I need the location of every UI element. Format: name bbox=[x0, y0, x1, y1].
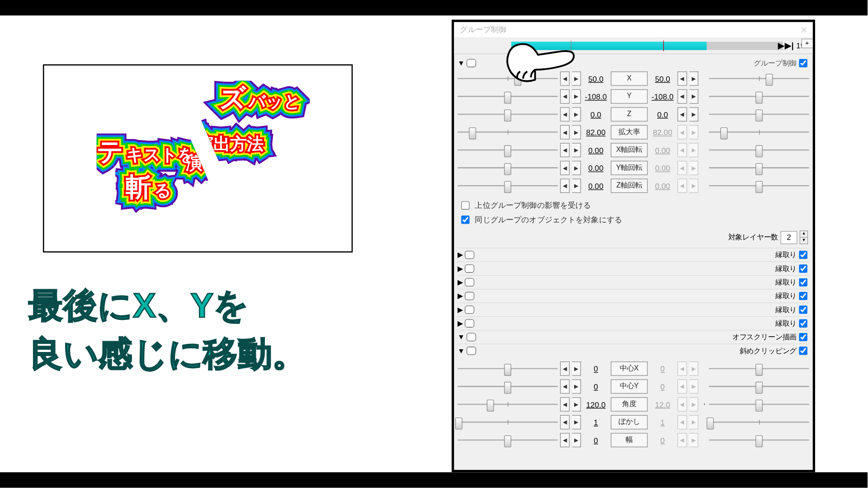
slider-right[interactable] bbox=[709, 416, 809, 429]
step-left-dec[interactable]: ◀ bbox=[560, 361, 570, 376]
step-right-inc[interactable]: ▶ bbox=[689, 71, 698, 86]
step-right-dec[interactable]: ◀ bbox=[678, 89, 687, 104]
value-right[interactable]: 0 bbox=[650, 436, 675, 445]
step-right-inc[interactable]: ▶ bbox=[689, 89, 698, 104]
value-right[interactable]: 82.00 bbox=[650, 128, 675, 137]
handle-icon[interactable] bbox=[465, 264, 474, 272]
collapse-icon[interactable]: ▶ bbox=[458, 319, 463, 327]
value-right[interactable]: 0.0 bbox=[650, 110, 675, 119]
step-right-inc[interactable]: ▶ bbox=[689, 107, 698, 122]
step-left-dec[interactable]: ◀ bbox=[560, 415, 570, 430]
value-left[interactable]: 0.00 bbox=[583, 164, 608, 173]
step-left-inc[interactable]: ▶ bbox=[572, 397, 581, 412]
collapse-icon[interactable]: ▼ bbox=[458, 333, 465, 341]
step-left-inc[interactable]: ▶ bbox=[572, 380, 581, 394]
collapse-icon[interactable]: ▼ bbox=[458, 347, 465, 355]
effect-check[interactable] bbox=[799, 305, 807, 314]
slider-right[interactable] bbox=[709, 434, 809, 447]
slider-left[interactable] bbox=[458, 144, 557, 157]
step-left-dec[interactable]: ◀ bbox=[560, 161, 570, 175]
value-right[interactable]: 0 bbox=[650, 364, 675, 373]
slider-right[interactable] bbox=[709, 108, 809, 121]
slider-left[interactable] bbox=[458, 416, 557, 429]
same-group-check[interactable] bbox=[461, 216, 469, 224]
param-label-button[interactable]: ぼかし bbox=[611, 415, 648, 430]
collapse-icon[interactable]: ▶ bbox=[458, 305, 463, 314]
layer-count-input[interactable]: 2 bbox=[781, 231, 797, 244]
param-label-button[interactable]: Z軸回転 bbox=[611, 178, 648, 193]
collapse-icon[interactable]: ▶ bbox=[458, 292, 463, 300]
slider-left[interactable] bbox=[458, 398, 557, 411]
handle-icon[interactable] bbox=[467, 59, 476, 67]
close-icon[interactable] bbox=[797, 24, 810, 36]
plus-icon[interactable]: + bbox=[801, 39, 813, 48]
collapse-icon[interactable]: ▶ bbox=[458, 251, 463, 259]
handle-icon[interactable] bbox=[465, 278, 474, 286]
slider-left[interactable] bbox=[458, 108, 557, 121]
param-label-button[interactable]: Y軸回転 bbox=[611, 161, 648, 175]
step-left-dec[interactable]: ◀ bbox=[560, 397, 570, 412]
slider-right[interactable] bbox=[709, 126, 809, 139]
collapse-icon[interactable]: ▶ bbox=[458, 278, 463, 286]
param-label-button[interactable]: 中心Y bbox=[611, 380, 648, 394]
value-right[interactable]: 0 bbox=[650, 382, 675, 391]
step-left-dec[interactable]: ◀ bbox=[560, 143, 570, 157]
value-left[interactable]: -108.0 bbox=[583, 92, 608, 101]
value-right[interactable]: 12.0 bbox=[650, 400, 675, 409]
handle-icon[interactable] bbox=[467, 333, 476, 341]
param-label-button[interactable]: Z bbox=[611, 107, 648, 122]
step-left-inc[interactable]: ▶ bbox=[572, 107, 581, 122]
param-label-button[interactable]: 中心X bbox=[611, 361, 648, 376]
slider-right[interactable] bbox=[709, 380, 809, 393]
slider-left[interactable] bbox=[458, 362, 557, 375]
value-left[interactable]: 82.00 bbox=[583, 128, 608, 137]
value-right[interactable]: 50.0 bbox=[650, 74, 675, 83]
forward-icon[interactable]: ▶▶| bbox=[778, 41, 793, 50]
value-left[interactable]: 0.00 bbox=[583, 181, 608, 190]
value-right[interactable]: 1 bbox=[650, 418, 675, 427]
layer-count-spinner[interactable]: ▲▼ bbox=[800, 230, 808, 244]
effect-check[interactable] bbox=[799, 333, 807, 341]
param-label-button[interactable]: Y bbox=[611, 89, 648, 104]
slider-left[interactable] bbox=[458, 179, 557, 192]
step-left-inc[interactable]: ▶ bbox=[572, 125, 581, 140]
value-left[interactable]: 0.0 bbox=[583, 110, 608, 119]
handle-icon[interactable] bbox=[467, 347, 476, 355]
param-label-button[interactable]: 角度 bbox=[611, 397, 648, 412]
value-right[interactable]: 0.00 bbox=[650, 164, 675, 173]
slider-right[interactable] bbox=[709, 72, 809, 85]
slider-left[interactable] bbox=[458, 161, 557, 174]
slider-right[interactable] bbox=[709, 362, 809, 375]
value-left[interactable]: 50.0 bbox=[583, 74, 608, 83]
collapse-icon[interactable]: ▶ bbox=[458, 264, 463, 272]
value-left[interactable]: 0 bbox=[583, 364, 608, 373]
effect-check[interactable] bbox=[799, 251, 807, 259]
effect-check[interactable] bbox=[799, 278, 807, 286]
param-label-button[interactable]: 幅 bbox=[611, 433, 648, 447]
slider-right[interactable] bbox=[709, 398, 809, 411]
handle-icon[interactable] bbox=[465, 292, 474, 300]
collapse-icon[interactable]: ▼ bbox=[458, 59, 465, 67]
effect-check[interactable] bbox=[799, 264, 807, 272]
slider-right[interactable] bbox=[709, 161, 809, 174]
value-right[interactable]: 0.00 bbox=[650, 181, 675, 190]
step-right-dec[interactable]: ◀ bbox=[678, 107, 687, 122]
step-left-inc[interactable]: ▶ bbox=[572, 178, 581, 193]
step-left-inc[interactable]: ▶ bbox=[572, 361, 581, 376]
value-left[interactable]: 120.0 bbox=[583, 400, 608, 409]
slider-right[interactable] bbox=[709, 179, 809, 192]
step-left-dec[interactable]: ◀ bbox=[560, 125, 570, 140]
handle-icon[interactable] bbox=[465, 251, 474, 259]
step-left-inc[interactable]: ▶ bbox=[572, 415, 581, 430]
step-left-inc[interactable]: ▶ bbox=[572, 143, 581, 157]
slider-right[interactable] bbox=[709, 90, 809, 103]
param-label-button[interactable]: X bbox=[611, 71, 648, 86]
slider-right[interactable] bbox=[709, 144, 809, 157]
param-label-button[interactable]: X軸回転 bbox=[611, 143, 648, 157]
step-right-dec[interactable]: ◀ bbox=[678, 71, 687, 86]
step-left-dec[interactable]: ◀ bbox=[560, 107, 570, 122]
value-left[interactable]: 0 bbox=[583, 382, 608, 391]
effect-check[interactable] bbox=[799, 347, 807, 355]
value-right[interactable]: -108.0 bbox=[650, 92, 675, 101]
effect-check[interactable] bbox=[799, 292, 807, 300]
